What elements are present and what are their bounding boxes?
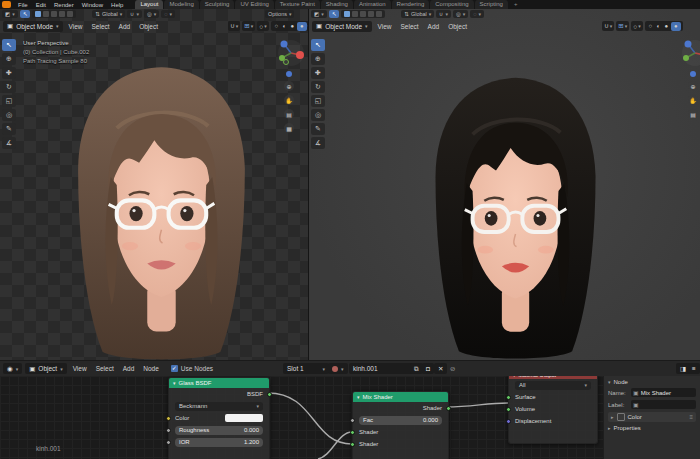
view-menu[interactable]: View bbox=[70, 365, 90, 372]
mix-shader-node[interactable]: ▾ Mix Shader Shader Fac 0.000 Shader S bbox=[352, 391, 449, 459]
color-subpanel[interactable]: ▸ Color ≡ bbox=[608, 412, 696, 422]
annotate-tool[interactable]: ✎ bbox=[2, 123, 16, 135]
zoom-icon[interactable]: ⊕ bbox=[688, 81, 698, 91]
pan-hand-icon[interactable]: ✋ bbox=[284, 95, 294, 105]
roughness-slider[interactable]: Roughness 0.000 bbox=[175, 426, 263, 435]
wireframe-shading-icon[interactable]: ○ bbox=[273, 23, 280, 30]
rotate-tool[interactable]: ↻ bbox=[311, 81, 325, 93]
collapse-icon[interactable]: ▾ bbox=[357, 394, 360, 400]
cursor-tool[interactable]: ⊕ bbox=[311, 53, 325, 65]
node-label-field[interactable]: ▣ bbox=[631, 400, 696, 409]
options-toggle-button[interactable]: ≡ bbox=[688, 363, 700, 374]
menu-render[interactable]: Render bbox=[50, 2, 78, 8]
scale-tool[interactable]: ◱ bbox=[2, 95, 16, 107]
add-menu[interactable]: Add bbox=[116, 23, 134, 30]
viewport-divider[interactable] bbox=[308, 9, 309, 360]
tab-sculpting[interactable]: Sculpting bbox=[200, 0, 235, 9]
target-dropdown[interactable]: All▾ bbox=[515, 381, 591, 390]
browse-material-dropdown[interactable]: ▾ bbox=[328, 363, 348, 374]
collapse-icon[interactable]: ▾ bbox=[173, 380, 176, 386]
glass-bsdf-node[interactable]: ▾ Glass BSDF BSDF Beckmann▾ Color Rou bbox=[168, 377, 270, 459]
select-menu[interactable]: Select bbox=[398, 23, 422, 30]
add-menu[interactable]: Add bbox=[425, 23, 443, 30]
tab-rendering[interactable]: Rendering bbox=[392, 0, 430, 9]
snap-toggle[interactable]: ∪▾ bbox=[436, 10, 451, 18]
node-panel-header[interactable]: ▾Node bbox=[608, 379, 696, 385]
zoom-icon[interactable]: ⊕ bbox=[284, 81, 294, 91]
active-tool-select-box[interactable]: ↖ bbox=[20, 10, 31, 18]
tab-layout[interactable]: Layout bbox=[135, 0, 163, 9]
fac-slider[interactable]: Fac 0.000 bbox=[359, 416, 442, 425]
orientation-dropdown[interactable]: ⇅ Global▾ bbox=[401, 10, 434, 18]
overlays-toggle[interactable]: ○▾ bbox=[257, 21, 268, 31]
measure-tool[interactable]: ∡ bbox=[2, 137, 16, 149]
tab-shading[interactable]: Shading bbox=[321, 0, 353, 9]
color-checkbox[interactable] bbox=[617, 413, 625, 421]
shader-output-socket[interactable] bbox=[446, 406, 451, 411]
shader-type-dropdown[interactable]: ▣ Object▾ bbox=[25, 363, 66, 374]
roughness-input-socket[interactable] bbox=[166, 428, 171, 433]
overlays-toggle[interactable]: ○▾ bbox=[631, 21, 642, 31]
color-swatch[interactable] bbox=[225, 414, 263, 422]
orientation-dropdown[interactable]: ⇅ Global▾ bbox=[92, 10, 125, 18]
shading-mode-buttons[interactable]: ○ ◐ ● ● ▾ bbox=[271, 21, 308, 31]
tab-modeling[interactable]: Modeling bbox=[164, 0, 198, 9]
shading-mode-buttons[interactable]: ○ ◐ ● ● bbox=[645, 21, 683, 31]
fac-input-socket[interactable] bbox=[350, 418, 355, 423]
rendered-shading-icon[interactable]: ● bbox=[671, 22, 681, 31]
move-tool[interactable]: ✚ bbox=[2, 67, 16, 79]
gizmos-toggle[interactable]: ⊞▾ bbox=[616, 21, 629, 31]
scale-tool[interactable]: ◱ bbox=[311, 95, 325, 107]
options-dropdown[interactable]: Options▾ bbox=[265, 10, 294, 18]
material-shading-icon[interactable]: ● bbox=[663, 23, 670, 30]
ior-slider[interactable]: IOR 1.200 bbox=[175, 438, 263, 447]
node-menu[interactable]: Node bbox=[140, 365, 162, 372]
material-output-node[interactable]: ▾ Material Output All▾ Surface Volume Di… bbox=[508, 376, 598, 444]
material-name-field[interactable]: kinh.001 bbox=[349, 363, 415, 374]
object-menu[interactable]: Object bbox=[136, 23, 161, 30]
viewport-left[interactable]: ◩▾ ↖ ⇅ Global▾ ∪▾ ◎▾ ◌▾ Options▾ ▣ Objec… bbox=[0, 9, 308, 360]
menu-help[interactable]: Help bbox=[107, 2, 127, 8]
distribution-dropdown[interactable]: Beckmann▾ bbox=[175, 402, 263, 411]
navigation-gizmo[interactable] bbox=[277, 39, 305, 67]
select-menu[interactable]: Select bbox=[93, 365, 117, 372]
select-menu[interactable]: Select bbox=[89, 23, 113, 30]
camera-axis-dot[interactable] bbox=[286, 71, 292, 77]
tab-animation[interactable]: Animation bbox=[354, 0, 391, 9]
perspective-toggle-icon[interactable]: ▦ bbox=[284, 123, 294, 133]
add-menu[interactable]: Add bbox=[120, 365, 138, 372]
annotate-tool[interactable]: ✎ bbox=[311, 123, 325, 135]
transform-tool[interactable]: ◎ bbox=[311, 109, 325, 121]
transform-tool[interactable]: ◎ bbox=[2, 109, 16, 121]
new-material-button[interactable]: ⧉ bbox=[410, 363, 423, 374]
node-editor-canvas[interactable]: kinh.001 ▾ Glass BSDF BSDF Beckmann▾ Col… bbox=[0, 376, 603, 459]
shader2-input-socket[interactable] bbox=[350, 442, 355, 447]
bsdf-output-socket[interactable] bbox=[267, 392, 272, 397]
add-workspace-button[interactable]: + bbox=[509, 0, 523, 9]
snap-toggle[interactable]: ∪▾ bbox=[127, 10, 142, 18]
surface-input-socket[interactable] bbox=[506, 395, 511, 400]
gizmos-toggle[interactable]: ⊞▾ bbox=[242, 21, 255, 31]
collapse-icon[interactable]: ▾ bbox=[513, 376, 516, 378]
volume-input-socket[interactable] bbox=[506, 407, 511, 412]
select-box-tool[interactable]: ↖ bbox=[2, 39, 16, 51]
menu-file[interactable]: File bbox=[14, 2, 32, 8]
editor-type-dropdown[interactable]: ◉▾ bbox=[3, 363, 22, 374]
tab-scripting[interactable]: Scripting bbox=[475, 0, 508, 9]
proportional-edit-toggle[interactable]: ◎▾ bbox=[144, 10, 159, 18]
snap-magnet-button[interactable]: ∪▾ bbox=[602, 21, 614, 31]
transform-pivot-dropdown[interactable]: ◌▾ bbox=[161, 10, 175, 18]
view-menu[interactable]: View bbox=[66, 23, 86, 30]
measure-tool[interactable]: ∡ bbox=[311, 137, 325, 149]
solid-shading-icon[interactable]: ◐ bbox=[655, 23, 662, 30]
object-menu[interactable]: Object bbox=[445, 23, 470, 30]
unlink-material-button[interactable]: ✕ bbox=[434, 363, 447, 374]
blender-logo-icon[interactable] bbox=[2, 1, 11, 8]
move-tool[interactable]: ✚ bbox=[311, 67, 325, 79]
select-mode-buttons[interactable] bbox=[341, 10, 385, 18]
select-box-tool[interactable]: ↖ bbox=[311, 39, 325, 51]
use-nodes-toggle[interactable]: ✓ Use Nodes bbox=[171, 365, 213, 372]
object-mode-dropdown[interactable]: ▣ Object Mode▾ bbox=[3, 21, 63, 32]
tab-uv-editing[interactable]: UV Editing bbox=[235, 0, 273, 9]
transform-pivot-dropdown[interactable]: ◌▾ bbox=[470, 10, 484, 18]
